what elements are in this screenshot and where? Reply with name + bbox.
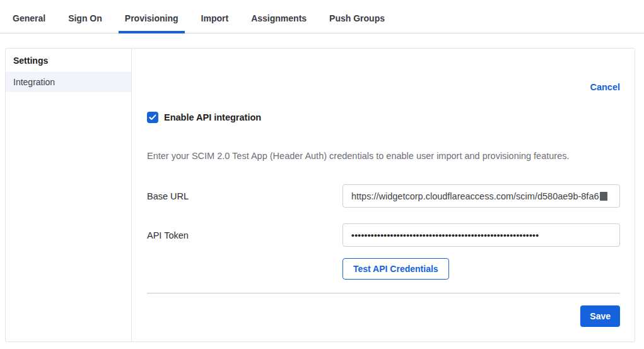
provisioning-panel: Settings Integration Cancel Enable API i… <box>5 48 635 342</box>
save-button[interactable]: Save <box>580 305 620 327</box>
tab-push-groups[interactable]: Push Groups <box>323 0 391 33</box>
enable-api-checkbox[interactable] <box>147 112 158 123</box>
credentials-description: Enter your SCIM 2.0 Test App (Header Aut… <box>147 151 620 161</box>
section-divider <box>147 293 620 293</box>
enable-api-row: Enable API integration <box>147 112 620 123</box>
base-url-row: Base URL https://widgetcorp.cloudflareac… <box>147 184 620 208</box>
api-token-masked-value: ••••••••••••••••••••••••••••••••••••••••… <box>351 230 539 240</box>
sidebar-heading: Settings <box>6 49 131 72</box>
save-row: Save <box>147 305 620 327</box>
settings-sidebar: Settings Integration <box>6 49 132 341</box>
tab-provisioning[interactable]: Provisioning <box>119 0 185 33</box>
base-url-label: Base URL <box>147 191 342 201</box>
tab-sign-on[interactable]: Sign On <box>62 0 108 33</box>
text-cursor-block <box>600 192 607 201</box>
integration-settings-content: Cancel Enable API integration Enter your… <box>132 49 635 341</box>
tab-import[interactable]: Import <box>195 0 235 33</box>
api-token-row: API Token ••••••••••••••••••••••••••••••… <box>147 223 620 247</box>
sidebar-item-integration[interactable]: Integration <box>6 72 131 92</box>
tab-assignments[interactable]: Assignments <box>245 0 313 33</box>
enable-api-label[interactable]: Enable API integration <box>164 112 261 122</box>
api-token-label: API Token <box>147 230 342 240</box>
cancel-link[interactable]: Cancel <box>590 82 620 92</box>
cancel-row: Cancel <box>147 82 620 92</box>
base-url-input[interactable]: https://widgetcorp.cloudflareaccess.com/… <box>342 184 620 208</box>
tab-general[interactable]: General <box>6 0 52 33</box>
app-tab-bar: General Sign On Provisioning Import Assi… <box>0 0 644 33</box>
test-credentials-row: Test API Credentials <box>147 258 620 280</box>
api-token-input[interactable]: ••••••••••••••••••••••••••••••••••••••••… <box>342 223 620 247</box>
base-url-value: https://widgetcorp.cloudflareaccess.com/… <box>351 191 599 201</box>
test-api-credentials-button[interactable]: Test API Credentials <box>342 258 449 280</box>
check-icon <box>149 114 156 121</box>
